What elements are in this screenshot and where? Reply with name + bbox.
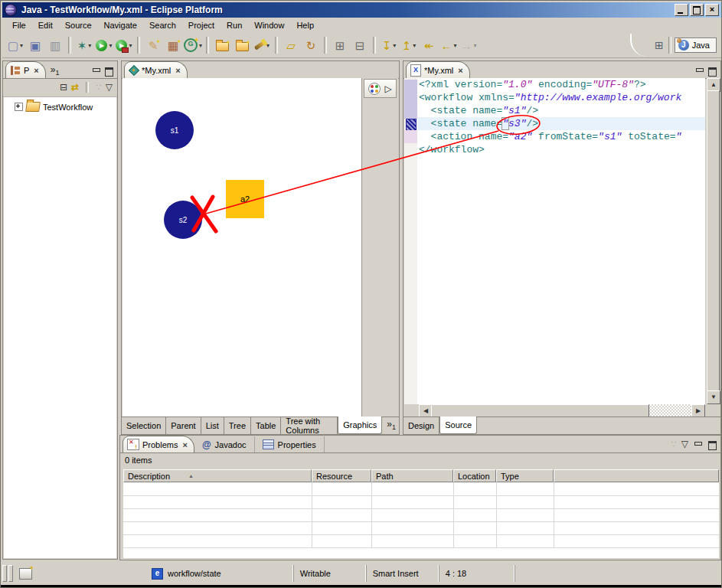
refresh-button[interactable]: ↻ xyxy=(301,36,321,54)
menu-project[interactable]: Project xyxy=(183,19,220,31)
close-tab-icon[interactable]: × xyxy=(34,66,38,75)
expand-icon[interactable] xyxy=(15,103,23,111)
menu-search[interactable]: Search xyxy=(144,19,181,31)
dropdown-arrow-icon[interactable]: ▾ xyxy=(129,42,132,49)
dropdown-arrow-icon[interactable]: ▾ xyxy=(393,42,396,49)
palette-expand-icon[interactable]: ▷ xyxy=(384,83,391,94)
view-menu-button[interactable]: ▽ xyxy=(681,439,688,449)
minimize-view-button[interactable] xyxy=(693,440,703,449)
page-tab-overflow[interactable]: »1 xyxy=(387,419,396,431)
open-resource-button[interactable] xyxy=(232,36,252,54)
next-annotation-button[interactable]: ↧▾ xyxy=(379,36,399,54)
page-tab-selection[interactable]: Selection xyxy=(122,417,166,434)
forward-button[interactable]: →▾ xyxy=(459,36,479,54)
column-header-location[interactable]: Location xyxy=(453,469,496,482)
tree-item-testworkflow[interactable]: TestWorkflow xyxy=(15,102,116,112)
dropdown-arrow-icon[interactable]: ▾ xyxy=(413,42,416,49)
new-class-wizard-button[interactable]: G▾ xyxy=(183,36,203,54)
close-window-button[interactable]: × xyxy=(705,4,719,16)
menu-edit[interactable]: Edit xyxy=(33,19,58,31)
horizontal-scroll-thumb[interactable] xyxy=(431,404,649,417)
fast-view-icon[interactable] xyxy=(19,568,32,580)
filter-button[interactable]: ∵ xyxy=(96,82,102,93)
page-tab-graphics[interactable]: Graphics xyxy=(338,416,382,434)
tab-myxml-graphics[interactable]: *My.xml × xyxy=(124,61,188,78)
menu-window[interactable]: Window xyxy=(249,19,289,31)
maximize-editor-button[interactable] xyxy=(707,67,717,75)
close-tab-icon[interactable]: × xyxy=(182,440,187,449)
menu-file[interactable]: File xyxy=(7,19,31,31)
tab-properties[interactable]: Properties xyxy=(255,436,325,452)
view-overflow-chevron[interactable]: »1 xyxy=(51,64,60,77)
column-header-description[interactable]: Description▲ xyxy=(123,469,312,482)
minimize-editor-button[interactable] xyxy=(694,67,704,75)
page-tab-design[interactable]: Design xyxy=(403,417,439,434)
menu-run[interactable]: Run xyxy=(221,19,247,31)
dropdown-arrow-icon[interactable]: ▾ xyxy=(20,42,23,49)
mark-occurrences-button[interactable]: ▱ xyxy=(281,36,301,54)
dropdown-arrow-icon[interactable]: ▾ xyxy=(88,42,91,49)
debug-button[interactable]: ✶▾ xyxy=(74,36,94,54)
page-tab-list[interactable]: List xyxy=(201,417,224,434)
run-external-tools-button[interactable]: ▶▾ xyxy=(114,36,134,54)
window-minus-button[interactable]: ⊟ xyxy=(350,36,370,54)
page-tab-parent[interactable]: Parent xyxy=(166,417,201,434)
page-tab-table[interactable]: Table xyxy=(251,417,281,434)
collapse-all-button[interactable]: ⊟ xyxy=(60,82,67,93)
dropdown-arrow-icon[interactable]: ▾ xyxy=(109,42,112,49)
print-button[interactable]: ▥ xyxy=(45,36,65,54)
tab-javadoc[interactable]: @ Javadoc xyxy=(194,436,255,452)
window-plus-button[interactable]: ⊞ xyxy=(330,36,350,54)
back-button[interactable]: ←▾ xyxy=(439,36,459,54)
previous-annotation-button[interactable]: ↥▾ xyxy=(399,36,419,54)
action-figure-a2[interactable]: a2 xyxy=(226,180,264,218)
page-tab-tree[interactable]: Tree xyxy=(224,417,251,434)
java-perspective-button[interactable]: J Java xyxy=(675,38,717,53)
column-header-type[interactable]: Type xyxy=(496,469,554,482)
maximize-view-button[interactable] xyxy=(707,440,717,449)
minimize-window-button[interactable] xyxy=(675,4,688,16)
maximize-view-button[interactable] xyxy=(104,67,114,75)
dropdown-arrow-icon[interactable]: ▾ xyxy=(474,42,477,49)
new-file-wizard-button[interactable]: ✎ xyxy=(143,36,163,54)
maximize-window-button[interactable] xyxy=(690,4,704,16)
column-header-resource[interactable]: Resource xyxy=(312,469,371,482)
menu-source[interactable]: Source xyxy=(60,19,97,31)
close-tab-icon[interactable]: × xyxy=(175,66,180,75)
vertical-scroll-thumb[interactable] xyxy=(707,90,720,392)
view-menu-button[interactable]: ▽ xyxy=(106,82,113,93)
new-grid-wizard-button[interactable]: ▦ xyxy=(163,36,183,54)
state-figure-s2[interactable]: s2 xyxy=(164,201,202,239)
link-with-editor-button[interactable]: ⇄ xyxy=(71,82,79,93)
filter-button[interactable]: ∵ xyxy=(671,439,677,449)
diagram-canvas[interactable]: s1s2a2 xyxy=(123,78,361,419)
close-tab-icon[interactable]: × xyxy=(458,66,462,75)
xml-source-text[interactable]: <?xml version="1.0" encoding="UTF-8"?><w… xyxy=(417,78,705,404)
run-button[interactable]: ▶▾ xyxy=(94,36,114,54)
menu-navigate[interactable]: Navigate xyxy=(99,19,142,31)
open-perspective-button[interactable]: ⊞ xyxy=(653,38,665,53)
page-tab-tree-with-columns[interactable]: Tree with Columns xyxy=(281,417,338,434)
open-type-button[interactable] xyxy=(212,36,232,54)
save-button[interactable]: ▣ xyxy=(25,36,45,54)
fast-view-bar-handle[interactable] xyxy=(2,565,7,582)
horizontal-scrollbar[interactable]: ◀ ▶ xyxy=(419,404,705,417)
menu-help[interactable]: Help xyxy=(291,19,319,31)
fast-view-bar-handle[interactable] xyxy=(8,565,13,582)
tab-myxml-source[interactable]: X *My.xml × xyxy=(406,61,470,78)
page-tab-source[interactable]: Source xyxy=(439,416,477,434)
vertical-scrollbar[interactable]: ▲ ▼ xyxy=(707,78,720,404)
dropdown-arrow-icon[interactable]: ▾ xyxy=(454,42,457,49)
scroll-down-button[interactable]: ▼ xyxy=(707,390,720,404)
palette-header[interactable]: ▷ xyxy=(364,79,397,98)
dropdown-arrow-icon[interactable]: ▾ xyxy=(199,42,202,49)
column-header-path[interactable]: Path xyxy=(371,469,453,482)
state-figure-s1[interactable]: s1 xyxy=(155,111,194,149)
tab-problems[interactable]: Problems × xyxy=(123,436,194,452)
search-button[interactable]: ▾ xyxy=(252,36,272,54)
minimize-view-button[interactable] xyxy=(91,67,101,75)
title-bar[interactable]: Java - TestWorkflow/My.xml - Eclipse Pla… xyxy=(2,2,721,18)
last-edit-location-button[interactable]: ↞ xyxy=(419,36,439,54)
tab-package-explorer[interactable]: P × xyxy=(5,61,46,78)
new-wizard-button[interactable]: ▢▾ xyxy=(5,36,25,54)
